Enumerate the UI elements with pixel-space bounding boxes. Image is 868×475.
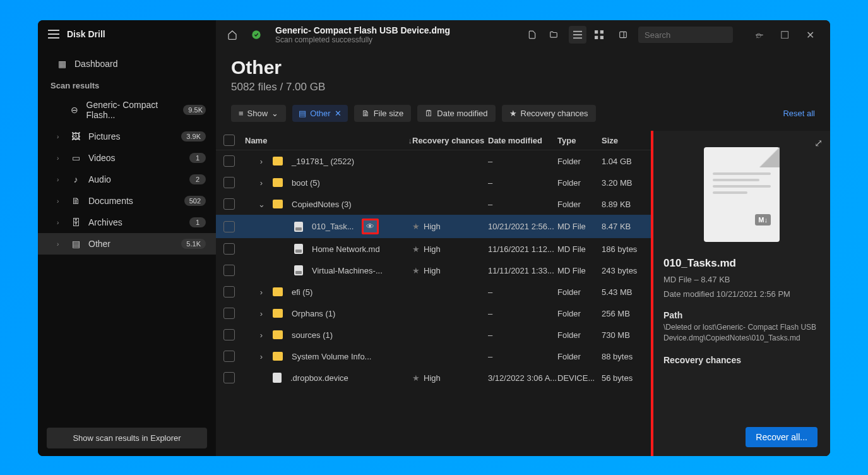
- row-checkbox[interactable]: [223, 351, 235, 362]
- chevron-icon[interactable]: ›: [57, 219, 63, 226]
- chevron-icon[interactable]: ›: [57, 198, 63, 205]
- table-row[interactable]: ›efi (5)–Folder5.43 MB: [216, 281, 653, 303]
- column-date[interactable]: Date modified: [488, 136, 557, 145]
- row-name: Home Network.md: [312, 244, 380, 254]
- expand-icon[interactable]: ›: [256, 287, 266, 297]
- table-row[interactable]: .dropbox.device★High3/12/2022 3:06 A...D…: [216, 367, 653, 388]
- row-name: Virtual-Machines-...: [312, 266, 383, 275]
- file-size-filter[interactable]: 🗎 File size: [354, 105, 412, 122]
- table-row[interactable]: ⌄CopiedNotes (3)–Folder8.89 KB: [216, 193, 653, 215]
- chevron-icon[interactable]: ›: [57, 176, 63, 183]
- table-row[interactable]: ›sources (1)–Folder730 MB: [216, 324, 653, 346]
- maximize-button[interactable]: ☐: [772, 25, 797, 44]
- table-row[interactable]: ›Orphans (1)–Folder256 MB: [216, 303, 653, 324]
- row-name: Orphans (1): [292, 309, 335, 318]
- list-view-icon[interactable]: [569, 26, 586, 44]
- select-all-checkbox[interactable]: [223, 135, 235, 146]
- row-name: efi (5): [292, 287, 312, 297]
- row-type: Folder: [557, 157, 602, 166]
- chip-label: Other: [310, 109, 331, 118]
- show-filter-button[interactable]: ≡ Show ⌄: [231, 105, 286, 122]
- expand-icon[interactable]: ›: [256, 352, 266, 361]
- row-size: 56 bytes: [602, 373, 646, 383]
- table-row[interactable]: 010_Task...👁★High10/21/2021 2:56...MD Fi…: [216, 215, 653, 238]
- sidebar-item-generic-compact-flash-[interactable]: ⊖Generic- Compact Flash...9.5K: [38, 94, 216, 126]
- popout-icon[interactable]: ⤢: [814, 137, 823, 149]
- sidebar-item-audio[interactable]: ›♪Audio2: [38, 169, 216, 190]
- row-name: System Volume Info...: [292, 352, 371, 361]
- sidebar-item-pictures[interactable]: ›🖼Pictures3.9K: [38, 126, 216, 147]
- row-checkbox[interactable]: [223, 372, 235, 383]
- sidebar-badge: 2: [189, 174, 206, 184]
- recovery-filter[interactable]: ★ Recovery chances: [502, 105, 596, 122]
- row-type: MD File: [557, 244, 602, 254]
- sidebar-item-documents[interactable]: ›🗎Documents502: [38, 190, 216, 212]
- table-row[interactable]: Home Network.md★High11/16/2021 1:12...MD…: [216, 238, 653, 260]
- chevron-icon[interactable]: ›: [57, 133, 63, 140]
- other-icon: ▤: [71, 239, 81, 249]
- file-icon[interactable]: [523, 26, 541, 44]
- row-checkbox[interactable]: [223, 329, 235, 340]
- panel-toggle-icon[interactable]: [614, 26, 632, 44]
- column-type[interactable]: Type: [557, 136, 602, 145]
- sidebar-item-videos[interactable]: ›▭Videos1: [38, 147, 216, 169]
- row-name: sources (1): [292, 330, 333, 340]
- row-checkbox[interactable]: [223, 221, 235, 232]
- table-row[interactable]: ›boot (5)–Folder3.20 MB: [216, 172, 653, 193]
- chevron-icon[interactable]: ›: [57, 155, 63, 162]
- close-button[interactable]: ✕: [797, 25, 823, 44]
- star-icon: ★: [509, 109, 517, 118]
- column-name[interactable]: Name↓: [245, 136, 412, 145]
- sidebar-item-dashboard[interactable]: ▦ Dashboard: [38, 53, 216, 75]
- row-checkbox[interactable]: [223, 177, 235, 188]
- reset-all-link[interactable]: Reset all: [783, 109, 815, 118]
- expand-icon[interactable]: ›: [256, 309, 266, 318]
- folder-icon: [273, 352, 283, 361]
- sidebar-item-other[interactable]: ›▤Other5.1K: [38, 233, 216, 255]
- table-row[interactable]: Virtual-Machines-...★High11/11/2021 1:33…: [216, 260, 653, 281]
- chevron-down-icon: ⌄: [271, 109, 278, 118]
- row-type: MD File: [557, 266, 602, 275]
- expand-icon[interactable]: ›: [256, 157, 266, 166]
- row-recovery: ★High: [412, 222, 488, 231]
- preview-eye-icon[interactable]: 👁: [362, 219, 379, 234]
- row-checkbox[interactable]: [223, 155, 235, 167]
- sidebar-section-label: Scan results: [38, 75, 216, 94]
- svg-rect-7: [600, 36, 603, 39]
- menu-icon[interactable]: [48, 30, 59, 39]
- expand-icon[interactable]: ›: [256, 330, 266, 340]
- row-checkbox[interactable]: [223, 286, 235, 298]
- column-recovery[interactable]: Recovery chances: [412, 136, 488, 145]
- grid-view-icon[interactable]: [590, 26, 608, 44]
- table-row[interactable]: ›_191781_ (2522)–Folder1.04 GB: [216, 150, 653, 172]
- chevron-icon[interactable]: ›: [57, 241, 63, 248]
- row-checkbox[interactable]: [223, 265, 235, 276]
- sidebar-item-label: Archives: [88, 217, 122, 227]
- folder-icon[interactable]: [545, 26, 562, 44]
- date-filter[interactable]: 🗓 Date modified: [417, 105, 495, 122]
- recover-all-button[interactable]: Recover all...: [746, 427, 817, 447]
- star-icon: ★: [412, 222, 420, 231]
- details-modified: Date modified 10/21/2021 2:56 PM: [663, 289, 820, 299]
- row-checkbox[interactable]: [223, 308, 235, 319]
- home-icon[interactable]: [223, 26, 241, 44]
- table-row[interactable]: ›System Volume Info...–Folder88 bytes: [216, 346, 653, 367]
- minimize-button[interactable]: ─: [747, 25, 772, 44]
- table-header: Name↓ Recovery chances Date modified Typ…: [216, 131, 653, 150]
- sidebar-item-archives[interactable]: ›🗄Archives1: [38, 212, 216, 233]
- search-input[interactable]: [645, 30, 751, 40]
- row-checkbox[interactable]: [223, 198, 235, 210]
- check-icon: [247, 26, 265, 44]
- expand-icon[interactable]: ›: [256, 178, 266, 188]
- expand-icon[interactable]: ⌄: [256, 200, 266, 209]
- row-checkbox[interactable]: [223, 243, 235, 255]
- show-in-explorer-button[interactable]: Show scan results in Explorer: [47, 428, 207, 448]
- filter-chip-other[interactable]: ▤ Other ✕: [292, 105, 348, 122]
- sidebar-item-label: Other: [88, 239, 110, 249]
- row-type: Folder: [557, 352, 602, 361]
- svg-rect-4: [595, 30, 598, 33]
- close-icon[interactable]: ✕: [335, 109, 342, 118]
- column-size[interactable]: Size: [602, 136, 646, 145]
- doc-icon: 🗎: [71, 196, 81, 206]
- search-box[interactable]: ⌕: [638, 27, 733, 43]
